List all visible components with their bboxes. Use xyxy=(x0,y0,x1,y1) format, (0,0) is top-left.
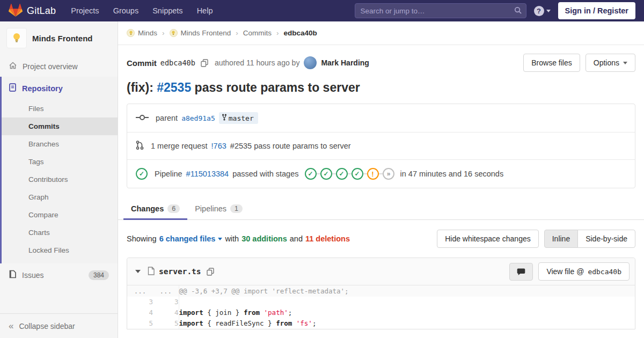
project-context[interactable]: Minds Frontend xyxy=(0,21,118,56)
stage-success-icon[interactable]: ✓ xyxy=(320,168,332,180)
merge-request-icon xyxy=(136,141,144,151)
pipeline-status-text: passed with stages xyxy=(232,170,298,178)
browse-files-button[interactable]: Browse files xyxy=(523,54,580,72)
breadcrumb: Minds › Minds Frontend › Commits › edbca… xyxy=(118,21,644,45)
sidebar-item-issues[interactable]: Issues 384 xyxy=(0,263,118,286)
sidebar-item-repository[interactable]: Repository xyxy=(2,77,118,100)
sidebar-item-files[interactable]: Files xyxy=(2,100,118,117)
nav-help[interactable]: Help xyxy=(197,6,213,15)
project-sidebar: Minds Frontend Project overview Reposito… xyxy=(0,21,118,338)
parent-sha-link[interactable]: a8ed91a5 xyxy=(181,114,215,122)
file-icon xyxy=(148,267,155,277)
chevron-down-icon xyxy=(546,10,551,12)
options-dropdown-button[interactable]: Options xyxy=(586,54,635,72)
new-line-number[interactable]: 5 xyxy=(153,318,179,329)
sidebar-item-commits[interactable]: Commits xyxy=(2,117,118,135)
issues-count-badge: 384 xyxy=(89,270,109,280)
collapse-sidebar-button[interactable]: « Collapse sidebar xyxy=(0,313,118,338)
repository-section: Repository Files Commits Branches Tags C… xyxy=(0,77,118,263)
code-line xyxy=(179,297,635,307)
search-input[interactable] xyxy=(355,3,526,18)
sidebar-item-compare[interactable]: Compare xyxy=(2,206,118,224)
pipelines-count-badge: 1 xyxy=(230,204,243,213)
changed-files-dropdown[interactable]: 6 changed files xyxy=(159,234,223,243)
copy-sha-button[interactable] xyxy=(200,58,209,68)
file-name[interactable]: server.ts xyxy=(159,267,201,276)
new-line-number[interactable]: 4 xyxy=(153,307,179,318)
issue-link[interactable]: #2535 xyxy=(157,80,191,94)
copy-file-path-button[interactable] xyxy=(206,267,215,277)
old-line-number[interactable]: 5 xyxy=(127,318,153,329)
sidebar-item-tags[interactable]: Tags xyxy=(2,153,118,171)
new-line-number: ... xyxy=(153,285,179,297)
stage-warning-icon[interactable]: ! xyxy=(367,168,379,180)
comment-icon xyxy=(517,268,525,276)
branch-badge[interactable]: master xyxy=(219,112,258,124)
breadcrumb-commits[interactable]: Commits xyxy=(243,29,272,37)
file-diff: server.ts View file @ edbca40b ... ... @… xyxy=(127,258,635,329)
additions-count: 30 additions xyxy=(241,234,287,243)
authored-text: authored 11 hours ago by xyxy=(215,58,300,67)
commit-label: Commit xyxy=(127,58,157,68)
tab-changes[interactable]: Changes 6 xyxy=(123,198,187,219)
deletions-count: 11 deletions xyxy=(305,234,350,243)
stage-success-icon[interactable]: ✓ xyxy=(336,168,348,180)
nav-snippets[interactable]: Snippets xyxy=(152,6,182,15)
collapse-diff-caret-icon[interactable] xyxy=(135,270,141,273)
new-line-number[interactable]: 3 xyxy=(153,297,179,307)
sidebar-item-graph[interactable]: Graph xyxy=(2,188,118,206)
gitlab-logo[interactable]: GitLab xyxy=(9,4,56,18)
author-name[interactable]: Mark Harding xyxy=(321,58,369,67)
merge-request-row: 1 merge request !763 #2535 pass route pa… xyxy=(127,132,635,159)
stage-success-icon[interactable]: ✓ xyxy=(352,168,363,180)
sidebar-item-project-overview[interactable]: Project overview xyxy=(0,56,118,77)
breadcrumb-separator: › xyxy=(236,29,238,37)
pipeline-id-link[interactable]: #115013384 xyxy=(186,170,229,178)
breadcrumb-project[interactable]: Minds Frontend xyxy=(170,29,231,37)
diff-line: 5 5 import { readFileSync } from 'fs'; xyxy=(127,318,635,329)
stage-success-icon[interactable]: ✓ xyxy=(305,168,317,180)
document-icon xyxy=(9,83,17,93)
commit-icon xyxy=(136,114,149,123)
sidebar-item-label: Issues xyxy=(22,271,43,280)
sidebar-item-branches[interactable]: Branches xyxy=(2,135,118,153)
nav-groups[interactable]: Groups xyxy=(113,6,139,15)
nav-menu: Projects Groups Snippets Help xyxy=(71,6,213,15)
commit-title: (fix): #2535 pass route params to server xyxy=(118,72,644,102)
old-line-number[interactable]: 3 xyxy=(127,297,153,307)
commit-sha: edbca40b xyxy=(160,58,195,67)
diff-table: ... ... @@ -3,6 +3,7 @@ import 'reflect-… xyxy=(127,285,635,329)
code-line: import { join } from 'path'; xyxy=(179,307,635,318)
pipeline-mini-graph: ✓ ✓ ✓ ✓ ! » xyxy=(305,168,394,180)
project-mini-avatar xyxy=(170,29,178,37)
nav-projects[interactable]: Projects xyxy=(71,6,99,15)
code-line: import { readFileSync } from 'fs'; xyxy=(179,318,635,329)
old-line-number[interactable]: 4 xyxy=(127,307,153,318)
question-icon: ? xyxy=(534,6,544,16)
diff-line: 3 3 xyxy=(127,297,635,307)
view-file-button[interactable]: View file @ edbca40b xyxy=(538,262,630,281)
sidebar-item-contributors[interactable]: Contributors xyxy=(2,171,118,188)
tab-pipelines[interactable]: Pipelines 1 xyxy=(187,198,250,219)
hide-whitespace-button[interactable]: Hide whitespace changes xyxy=(437,230,539,248)
breadcrumb-group[interactable]: Minds xyxy=(127,29,157,37)
author-avatar[interactable] xyxy=(304,56,317,69)
inline-view-button[interactable]: Inline xyxy=(544,230,578,248)
pipeline-status-icon[interactable]: ✓ xyxy=(136,168,148,180)
sign-in-button[interactable]: Sign in / Register xyxy=(558,2,635,19)
mr-ref-link[interactable]: !763 xyxy=(211,142,226,150)
side-by-side-view-button[interactable]: Side-by-side xyxy=(577,230,635,248)
pipeline-label: Pipeline xyxy=(155,170,182,178)
stage-skipped-icon[interactable]: » xyxy=(383,168,394,180)
collapse-sidebar-label: Collapse sidebar xyxy=(19,322,75,330)
diff-controls: Showing 6 changed files with 30 addition… xyxy=(118,220,644,258)
sidebar-item-locked-files[interactable]: Locked Files xyxy=(2,241,118,259)
help-dropdown[interactable]: ? xyxy=(534,6,551,16)
toggle-comments-button[interactable] xyxy=(509,263,533,281)
sidebar-item-label: Repository xyxy=(22,84,63,93)
sidebar-item-label: Project overview xyxy=(23,62,78,71)
sidebar-item-charts[interactable]: Charts xyxy=(2,224,118,241)
chevron-down-icon xyxy=(218,238,222,240)
search-icon[interactable] xyxy=(514,6,522,16)
parent-row: parent a8ed91a5 master xyxy=(127,104,635,132)
